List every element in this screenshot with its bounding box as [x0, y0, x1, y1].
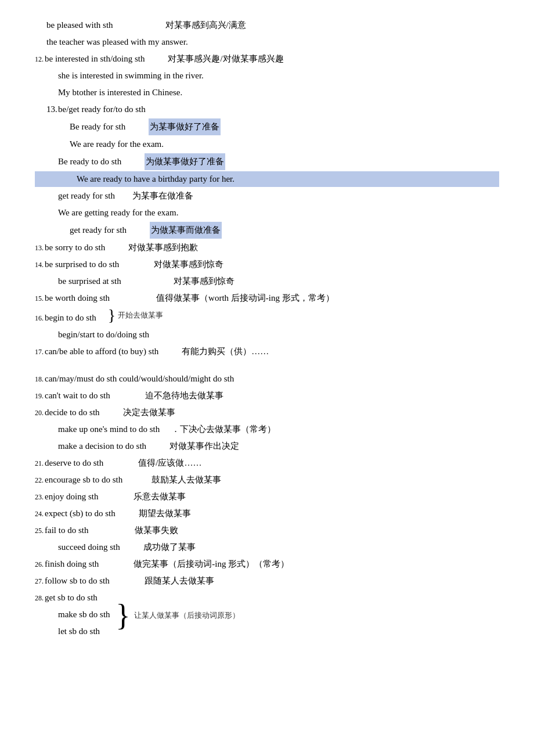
text-25: fail to do sth: [45, 523, 88, 538]
chinese-be-ready-to: 为做某事做好了准备: [145, 153, 225, 170]
line-20: 20. decide to do sth 决定去做某事: [35, 405, 499, 420]
text-15: be worth doing sth: [45, 290, 110, 306]
text-be-pleased: be pleased with sth: [46, 17, 113, 33]
line-28-group: 28. get sb to do sth make sb do sth let …: [35, 590, 499, 640]
text-16: begin to do sth: [45, 310, 96, 326]
num-19: 19.: [35, 390, 44, 403]
num-22: 22.: [35, 474, 44, 487]
line-be-ready-to: Be ready to do sth 为做某事做好了准备: [35, 153, 499, 170]
text-12: be interested in sth/doing sth: [45, 51, 145, 67]
text-12-ex2: My btother is interested in Chinese.: [58, 85, 182, 100]
line-23: 23. enjoy doing sth 乐意去做某事: [35, 489, 499, 505]
chinese-25b: 成功做了某事: [143, 539, 196, 555]
line-13-header: 13. be/get ready for/to do sth: [35, 102, 499, 117]
text-19: can't wait to do sth: [45, 388, 110, 404]
chinese-20c: 对做某事作出决定: [169, 438, 239, 454]
text-28b: make sb do sth: [58, 607, 110, 622]
num-28: 28.: [35, 592, 44, 605]
chinese-get-ready-for: 为某事在做准备: [132, 188, 193, 204]
line-getting-ready: We are getting ready for the exam.: [35, 205, 499, 221]
num-23: 23.: [35, 491, 44, 504]
chinese-19: 迫不急待地去做某事: [145, 388, 223, 404]
chinese-get-ready-to: 为做某事而做准备: [150, 222, 222, 239]
chinese-23: 乐意去做某事: [134, 489, 186, 505]
chinese-be-ready-for: 为某事做好了准备: [149, 118, 221, 135]
text-24: expect (sb) to do sth: [45, 506, 116, 521]
text-27: follow sb to do sth: [45, 573, 110, 589]
text-get-ready-for: get ready for sth: [58, 188, 115, 204]
line-25b: succeed doing sth 成功做了某事: [35, 539, 499, 555]
chinese-15: 值得做某事（worth 后接动词-ing 形式，常考）: [156, 290, 334, 306]
spacer-gap: [35, 361, 499, 371]
chinese-21: 值得/应该做……: [138, 455, 201, 471]
line-14: 14. be surprised to do sth 对做某事感到惊奇: [35, 257, 499, 272]
num-14: 14.: [35, 259, 44, 272]
text-21: deserve to do sth: [45, 455, 103, 471]
text-16b: begin/start to do/doing sth: [58, 327, 149, 343]
chinese-14: 对做某事感到惊奇: [154, 257, 223, 272]
line-28b: make sb do sth: [35, 607, 110, 622]
chinese-13-sorry: 对做某事感到抱歉: [128, 240, 198, 255]
line-22: 22. encourage sb to do sth 鼓励某人去做某事: [35, 472, 499, 488]
line-be-ready-for: Be ready for sth 为某事做好了准备: [35, 118, 499, 135]
text-teacher-pleased: the teacher was pleased with my answer.: [46, 34, 188, 50]
num-17: 17.: [35, 346, 44, 359]
text-20b: make up one's mind to do sth: [58, 422, 160, 437]
line-get-ready-to: get ready for sth 为做某事而做准备: [35, 222, 499, 239]
num-16: 16.: [35, 312, 44, 325]
line-12-ex1: she is interested in swimming in the riv…: [35, 68, 499, 84]
line-12: 12. be interested in sth/doing sth 对某事感兴…: [35, 51, 499, 67]
line-27: 27. follow sb to do sth 跟随某人去做某事: [35, 573, 499, 589]
chinese-24: 期望去做某事: [139, 506, 191, 521]
text-14: be surprised to do sth: [45, 257, 119, 272]
line-be-pleased: be pleased with sth 对某事感到高兴/满意: [35, 17, 499, 33]
chinese-20: 决定去做某事: [123, 405, 175, 420]
brace-lines-28: 28. get sb to do sth make sb do sth let …: [35, 590, 110, 640]
brace-28-symbol: }: [116, 600, 131, 631]
text-25b: succeed doing sth: [58, 539, 120, 555]
text-be-ready-for: Be ready for sth: [70, 119, 125, 135]
text-26: finish doing sth: [45, 556, 99, 572]
text-18: can/may/must do sth could/would/should/m…: [45, 371, 234, 387]
line-ready-exam: We are ready for the exam.: [35, 136, 499, 152]
text-22: encourage sb to do sth: [45, 472, 122, 488]
text-13-sorry: be sorry to do sth: [45, 240, 105, 255]
line-teacher-pleased: the teacher was pleased with my answer.: [35, 34, 499, 50]
line-13-sorry: 13. be sorry to do sth 对做某事感到抱歉: [35, 240, 499, 255]
num-26: 26.: [35, 559, 44, 571]
brace-16: }: [108, 307, 116, 323]
line-21: 21. deserve to do sth 值得/应该做……: [35, 455, 499, 471]
num-27: 27.: [35, 575, 44, 588]
chinese-17: 有能力购买（供）……: [182, 344, 269, 359]
text-28c: let sb do sth: [58, 624, 100, 639]
main-content: be pleased with sth 对某事感到高兴/满意 the teach…: [35, 17, 499, 640]
text-14b: be surprised at sth: [58, 273, 121, 289]
num-25: 25.: [35, 525, 44, 538]
num-24: 24.: [35, 508, 44, 521]
line-14b: be surprised at sth 对某事感到惊奇: [35, 273, 499, 289]
line-15: 15. be worth doing sth 值得做某事（worth 后接动词-…: [35, 290, 499, 306]
text-28a: get sb to do sth: [45, 590, 98, 606]
line-12-ex2: My btother is interested in Chinese.: [35, 85, 499, 100]
chinese-20b: ．下决心去做某事（常考）: [171, 422, 276, 437]
line-ready-birthday: We are ready to have a birthday party fo…: [35, 171, 499, 187]
text-17: can/be able to afford (to buy) sth: [45, 344, 158, 359]
line-28c: let sb do sth: [35, 624, 110, 639]
line-16b: begin/start to do/doing sth: [35, 327, 499, 343]
text-20: decide to do sth: [45, 405, 100, 420]
chinese-be-pleased: 对某事感到高兴/满意: [165, 17, 246, 33]
num-15: 15.: [35, 293, 44, 305]
line-24: 24. expect (sb) to do sth 期望去做某事: [35, 506, 499, 521]
text-get-ready-to: get ready for sth: [70, 222, 127, 238]
text-20c: make a decision to do sth: [58, 438, 146, 454]
chinese-26: 做完某事（后接动词-ing 形式）（常考）: [134, 556, 289, 572]
line-16: 16. begin to do sth } 开始去做某事: [35, 307, 499, 326]
line-get-ready-for: get ready for sth 为某事在做准备: [35, 188, 499, 204]
chinese-25: 做某事失败: [135, 523, 178, 538]
num-13: 13.: [46, 102, 58, 117]
line-25: 25. fail to do sth 做某事失败: [35, 523, 499, 538]
line-26: 26. finish doing sth 做完某事（后接动词-ing 形式）（常…: [35, 556, 499, 572]
line-19: 19. can't wait to do sth 迫不急待地去做某事: [35, 388, 499, 404]
chinese-22: 鼓励某人去做某事: [151, 472, 221, 488]
num-20: 20.: [35, 407, 44, 420]
